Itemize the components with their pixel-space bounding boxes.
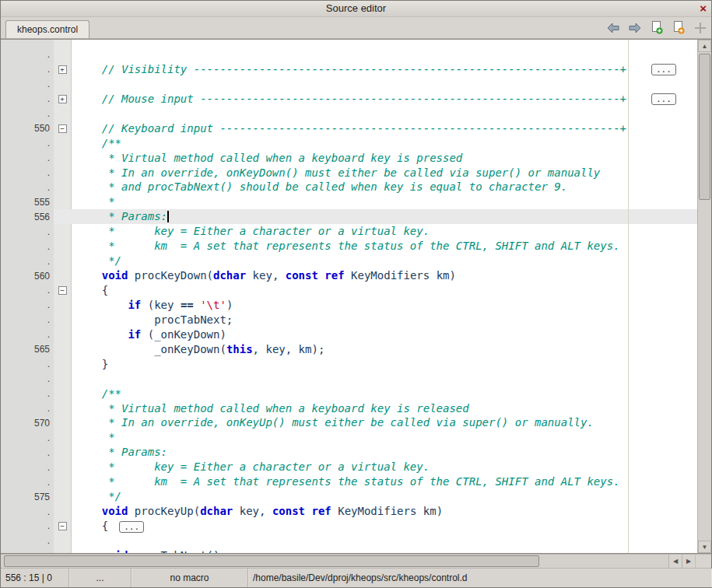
go-back-icon[interactable]	[605, 20, 621, 36]
gutter-dot[interactable]: .	[1, 93, 54, 104]
code-text: */	[71, 489, 698, 504]
fold-collapse-icon[interactable]: −	[58, 522, 67, 530]
line-number[interactable]: 565	[1, 344, 54, 355]
gutter-dot[interactable]: .	[1, 152, 54, 163]
gutter-dot[interactable]: .	[1, 138, 54, 149]
gutter-dot[interactable]: .	[1, 373, 54, 384]
current-code-line[interactable]: 556 * Params:	[1, 209, 698, 224]
folded-code-ellipsis[interactable]: ...	[651, 64, 676, 75]
gutter-dot[interactable]: .	[1, 477, 54, 488]
fold-expand-icon[interactable]: +	[58, 95, 67, 103]
code-line[interactable]: . /**	[1, 387, 698, 401]
code-editor[interactable]: ..+ // Visibility ----------------------…	[1, 39, 711, 554]
token-txt: {	[75, 520, 108, 532]
gutter-dot[interactable]: .	[1, 535, 54, 546]
code-line[interactable]: . }	[1, 357, 698, 372]
code-line[interactable]: 565 _onKeyDown(this, key, km);	[1, 342, 698, 357]
text-caret	[167, 211, 169, 222]
code-line[interactable]: . *	[1, 430, 698, 445]
code-line[interactable]: . * km = A set that represents the statu…	[1, 239, 698, 254]
folded-code-ellipsis[interactable]: ...	[119, 521, 144, 533]
line-number[interactable]: 555	[1, 197, 54, 208]
save-document-icon[interactable]	[671, 20, 686, 36]
close-icon[interactable]: ×	[700, 2, 707, 16]
code-line[interactable]: . if (_onKeyDown)	[1, 327, 698, 342]
code-line[interactable]: . void procKeyUp(dchar key, const ref Ke…	[1, 504, 698, 519]
titlebar[interactable]: Source editor ×	[1, 1, 711, 17]
scroll-left-icon[interactable]: ◀	[668, 555, 682, 568]
code-line[interactable]: . /**	[1, 136, 698, 151]
code-line[interactable]: .	[1, 107, 698, 121]
fold-expand-icon[interactable]: +	[58, 65, 67, 74]
code-line[interactable]: . */	[1, 254, 698, 268]
gutter-dot[interactable]: .	[1, 432, 54, 443]
gutter-dot[interactable]: .	[1, 167, 54, 178]
vertical-scrollbar-thumb[interactable]	[699, 54, 710, 200]
gutter-dot[interactable]: .	[1, 79, 54, 89]
gutter-dot[interactable]: .	[1, 49, 54, 60]
gutter-dot[interactable]: .	[1, 359, 54, 369]
code-line[interactable]: . * In an override, onKeyDown() must eit…	[1, 166, 698, 180]
code-line[interactable]: .+ // Mouse input ----------------------…	[1, 92, 698, 107]
scroll-up-icon[interactable]: ▲	[698, 40, 711, 52]
code-line[interactable]: 550− // Keyboard input -----------------…	[1, 121, 698, 136]
code-line[interactable]: . * and procTabNext() should be called w…	[1, 180, 698, 194]
tab-kheops-control[interactable]: kheops.control	[5, 20, 89, 38]
code-line[interactable]: . if (key == '\t')	[1, 298, 698, 313]
code-line[interactable]: .	[1, 534, 698, 548]
gutter-dot[interactable]: .	[1, 403, 54, 414]
horizontal-scrollbar-thumb[interactable]	[4, 555, 539, 567]
gutter-dot[interactable]: .	[1, 108, 54, 119]
folded-code-ellipsis[interactable]: ...	[651, 93, 676, 105]
line-number[interactable]: 575	[1, 492, 54, 502]
code-line[interactable]: . * Virtual method called when a keyboar…	[1, 401, 698, 416]
gutter-dot[interactable]: .	[1, 256, 54, 267]
code-line[interactable]: 560 void procKeyDown(dchar key, const re…	[1, 268, 698, 283]
horizontal-scrollbar[interactable]: ◀ ▶	[1, 554, 711, 568]
code-line[interactable]: .− {	[1, 283, 698, 298]
line-number[interactable]: 556	[1, 212, 54, 222]
new-document-icon[interactable]	[649, 20, 665, 36]
code-line[interactable]: .	[1, 77, 698, 92]
gutter-dot[interactable]: .	[1, 285, 54, 296]
scroll-down-icon[interactable]: ▼	[698, 541, 711, 553]
code-line[interactable]: .+ // Visibility -----------------------…	[1, 62, 698, 77]
fold-collapse-icon[interactable]: −	[58, 286, 67, 295]
fold-collapse-icon[interactable]: −	[58, 124, 67, 133]
gutter-dot[interactable]: .	[1, 182, 54, 193]
gutter-dot[interactable]: .	[1, 329, 54, 340]
gutter-dot[interactable]: .	[1, 241, 54, 252]
go-forward-icon[interactable]	[627, 20, 643, 36]
code-line[interactable]: . void procTabNext()	[1, 548, 698, 554]
code-line[interactable]: 570 * In an override, onKeyUp() must eit…	[1, 415, 698, 430]
gutter-dot[interactable]: .	[1, 314, 54, 325]
code-line[interactable]: . procTabNext;	[1, 313, 698, 327]
code-line[interactable]: .	[1, 47, 698, 62]
dock-handle-icon[interactable]	[693, 20, 708, 36]
line-number[interactable]: 570	[1, 418, 54, 429]
gutter-dot[interactable]: .	[1, 226, 54, 237]
code-line[interactable]: .	[1, 372, 698, 387]
code-line[interactable]: . * key = Either a character or a virtua…	[1, 224, 698, 239]
gutter-dot[interactable]: .	[1, 550, 54, 554]
gutter-dot[interactable]: .	[1, 462, 54, 473]
horizontal-scrollbar-track[interactable]	[1, 555, 668, 568]
scroll-right-icon[interactable]: ▶	[682, 555, 695, 568]
code-line[interactable]: 555 *	[1, 194, 698, 209]
code-line[interactable]: . * km = A set that represents the statu…	[1, 474, 698, 489]
code-line[interactable]: . * Virtual method called when a keyboar…	[1, 151, 698, 166]
code-line[interactable]: .− {...	[1, 519, 698, 534]
code-line[interactable]: . * key = Either a character or a virtua…	[1, 460, 698, 474]
gutter-dot[interactable]: .	[1, 64, 54, 75]
gutter-dot[interactable]: .	[1, 299, 54, 310]
code-text: *	[71, 430, 698, 445]
gutter-dot[interactable]: .	[1, 388, 54, 399]
gutter-dot[interactable]: .	[1, 506, 54, 517]
code-line[interactable]: 575 */	[1, 489, 698, 504]
vertical-scrollbar[interactable]: ▲ ▼	[697, 40, 711, 553]
line-number[interactable]: 560	[1, 271, 54, 282]
code-line[interactable]: . * Params:	[1, 445, 698, 460]
gutter-dot[interactable]: .	[1, 447, 54, 458]
gutter-dot[interactable]: .	[1, 520, 54, 531]
line-number[interactable]: 550	[1, 123, 54, 134]
